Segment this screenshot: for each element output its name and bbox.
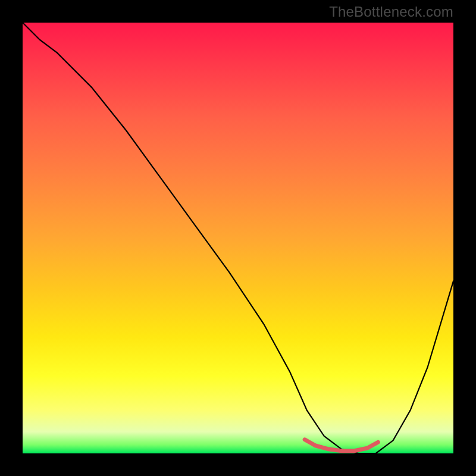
bottleneck-curve-line [23,23,453,453]
plot-area [23,23,453,453]
chart-container: TheBottleneck.com [0,0,476,476]
chart-svg [23,23,453,453]
optimal-band-line [305,440,378,451]
watermark-text: TheBottleneck.com [329,4,453,20]
